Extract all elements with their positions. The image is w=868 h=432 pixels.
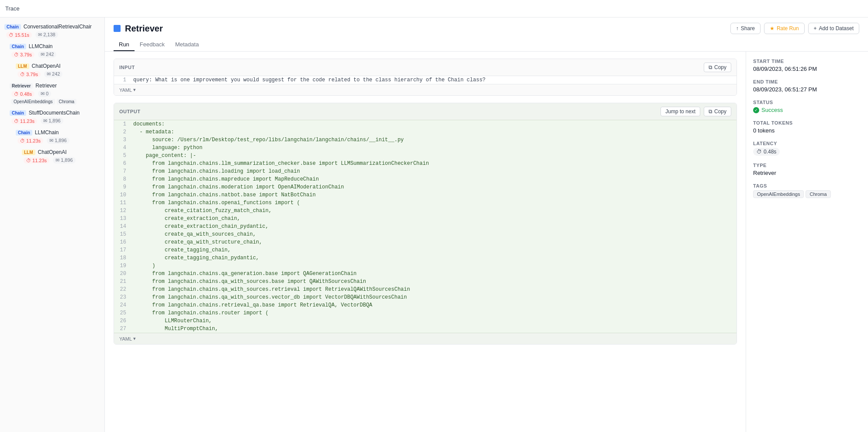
sidebar-item-time: ⏱ 11.23s <box>17 138 43 144</box>
line-content: ) <box>130 262 737 270</box>
input-line: 1query: What is one improvement you woul… <box>114 76 737 84</box>
output-line: 23 from langchain.chains.qa_with_sources… <box>114 293 737 301</box>
sidebar-badge: LLM <box>22 150 35 155</box>
tags-label: TAGS <box>753 183 861 188</box>
jump-to-next-button[interactable]: Jump to next <box>661 107 700 116</box>
sidebar-badge: LLM <box>16 63 29 69</box>
sidebar-item[interactable]: ChainLLMChain⏱ 3.79s✉ 242 <box>0 41 104 60</box>
line-content: from langchain.chains.llm_summarization_… <box>130 160 737 167</box>
sidebar-item-time: ⏱ 11.23s <box>11 118 37 124</box>
line-content: from langchain.chains.qa_with_sources.re… <box>130 286 737 293</box>
share-button[interactable]: ↑ Share <box>730 23 761 34</box>
tabs: RunFeedbackMetadata <box>114 38 859 51</box>
output-line: 6 from langchain.chains.llm_summarizatio… <box>114 160 737 167</box>
status-icon <box>753 107 759 113</box>
output-line: 8 from langchain.chains.mapreduce import… <box>114 175 737 183</box>
line-content: from langchain.chains.router import ( <box>130 309 737 317</box>
line-number: 24 <box>114 301 130 309</box>
output-copy-button[interactable]: ⧉ Copy <box>704 107 731 116</box>
line-content: create_extraction_chain_pydantic, <box>130 223 737 230</box>
sidebar-item-header: RetrieverRetriever <box>10 83 100 89</box>
clock-icon: ⏱ <box>757 149 762 155</box>
sidebar-item[interactable]: ChainStuffDocumentsChain⏱ 11.23s✉ 1,896 <box>0 107 104 127</box>
main-content: INPUT ⧉ Copy 1query: What is one improve… <box>105 52 868 432</box>
sidebar-badge: Chain <box>10 110 26 116</box>
sidebar-item-header: ChainStuffDocumentsChain <box>10 110 100 116</box>
line-content: from langchain.chains.qa_with_sources.ba… <box>130 278 737 286</box>
sidebar-item-name: Retriever <box>35 83 57 89</box>
sidebar-item-header: ChainConversationalRetrievalChair <box>4 24 100 30</box>
line-number: 16 <box>114 238 130 246</box>
sidebar-item[interactable]: LLMChatOpenAI⏱ 11.23s✉ 1,896 <box>0 146 104 166</box>
status-badge: Success <box>753 107 861 113</box>
line-number: 17 <box>114 246 130 254</box>
type-value: Retriever <box>753 170 861 176</box>
line-content: from langchain.chains.retrieval_qa.base … <box>130 301 737 309</box>
input-format-label[interactable]: YAML ▾ <box>119 87 136 93</box>
sidebar-item-time: ⏱ 15.51s <box>6 32 32 38</box>
sidebar-item-header: ChainLLMChain <box>16 129 100 136</box>
tab-run[interactable]: Run <box>114 38 135 51</box>
line-content: from langchain.chains.loading import loa… <box>130 167 737 175</box>
input-copy-button[interactable]: ⧉ Copy <box>704 63 731 72</box>
output-line: 27 MultiPromptChain, <box>114 325 737 333</box>
topbar-title: Trace <box>5 5 20 12</box>
output-line: 21 from langchain.chains.qa_with_sources… <box>114 278 737 286</box>
sidebar-item-name: ChatOpenAI <box>32 63 61 69</box>
line-number: 4 <box>114 144 130 152</box>
input-header: INPUT ⧉ Copy <box>114 59 737 76</box>
line-number: 5 <box>114 152 130 160</box>
line-number: 12 <box>114 207 130 215</box>
sidebar-item-time: ⏱ 3.79s <box>11 52 35 58</box>
line-number: 22 <box>114 286 130 293</box>
line-number: 18 <box>114 254 130 262</box>
output-line: 20 from langchain.chains.qa_generation.b… <box>114 270 737 278</box>
output-line: 15 create_qa_with_sources_chain, <box>114 230 737 238</box>
output-line: 1documents: <box>114 120 737 128</box>
sidebar-item[interactable]: ChainConversationalRetrievalChair⏱ 15.51… <box>0 21 104 41</box>
sidebar-item-name: ChatOpenAI <box>38 149 67 155</box>
page-title: Retriever <box>125 24 163 34</box>
line-number: 15 <box>114 230 130 238</box>
output-line: 2 - metadata: <box>114 128 737 136</box>
sidebar-item-meta: ⏱ 15.51s✉ 2,138 <box>6 31 100 38</box>
rp-tag: OpenAIEmbeddings <box>753 190 804 198</box>
sidebar-item-header: LLMChatOpenAI <box>22 149 100 155</box>
latency-label: LATENCY <box>753 141 861 146</box>
sidebar-item-name: LLMChain <box>29 43 53 49</box>
line-content: source: /Users/rlm/Desktop/test_repo/lib… <box>130 136 737 144</box>
tab-feedback[interactable]: Feedback <box>135 38 170 51</box>
sidebar-item-tokens: ✉ 242 <box>44 71 62 77</box>
rate-button[interactable]: ★ Rate Run <box>764 23 805 34</box>
end-time-label: END TIME <box>753 79 861 84</box>
start-time-label: START TIME <box>753 59 861 64</box>
output-header: OUTPUT Jump to next ⧉ Copy <box>114 103 737 120</box>
add-to-dataset-button[interactable]: + Add to Dataset <box>808 23 859 34</box>
input-footer: YAML ▾ <box>114 84 737 95</box>
sidebar-item-tokens: ✉ 0 <box>38 91 51 97</box>
output-line: 22 from langchain.chains.qa_with_sources… <box>114 286 737 293</box>
line-content: query: What is one improvement you would… <box>130 76 737 84</box>
output-line: 3 source: /Users/rlm/Desktop/test_repo/l… <box>114 136 737 144</box>
output-format-label[interactable]: YAML ▾ <box>119 336 136 341</box>
line-number: 2 <box>114 128 130 136</box>
output-line: 17 create_tagging_chain, <box>114 246 737 254</box>
output-label: OUTPUT <box>119 109 141 114</box>
content-header: Retriever ↑ Share ★ Rate Run + Add to Da… <box>105 17 868 52</box>
sidebar-item-header: ChainLLMChain <box>10 43 100 49</box>
tab-metadata[interactable]: Metadata <box>170 38 204 51</box>
input-section: INPUT ⧉ Copy 1query: What is one improve… <box>114 59 737 96</box>
sidebar-item-tokens: ✉ 1,896 <box>41 118 63 124</box>
sidebar-item[interactable]: ChainLLMChain⏱ 11.23s✉ 1,896 <box>0 127 104 146</box>
latency-badge: ⏱ 0.48s <box>753 148 780 156</box>
line-number: 21 <box>114 278 130 286</box>
sidebar-item[interactable]: LLMChatOpenAI⏱ 3.79s✉ 242 <box>0 60 104 80</box>
line-number: 9 <box>114 183 130 191</box>
total-tokens-value: 0 tokens <box>753 127 861 134</box>
input-label: INPUT <box>119 65 135 70</box>
sidebar-item[interactable]: RetrieverRetriever⏱ 0.48s✉ 0OpenAIEmbedd… <box>0 80 104 107</box>
content-title-row: Retriever ↑ Share ★ Rate Run + Add to Da… <box>114 23 859 34</box>
sidebar-item-meta: ⏱ 0.48s✉ 0 <box>11 91 100 97</box>
header-actions: ↑ Share ★ Rate Run + Add to Dataset <box>730 23 859 34</box>
tags-field: TAGS OpenAIEmbeddingsChroma <box>753 183 861 198</box>
